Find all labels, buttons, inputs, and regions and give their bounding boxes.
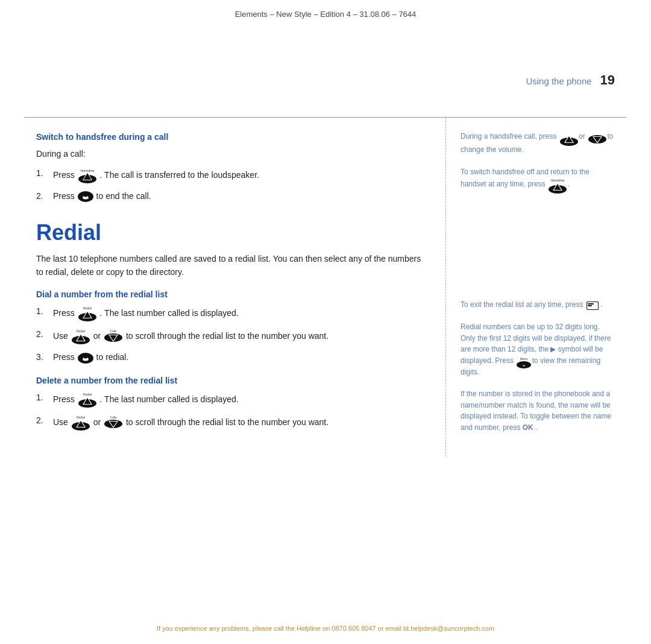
- svg-text:Calls: Calls: [110, 329, 117, 333]
- page-number: 19: [600, 72, 615, 87]
- endcall-button-icon-2: [77, 352, 94, 365]
- step-2: 2. Press: [36, 190, 427, 203]
- footer-text: If you experience any problems, please c…: [157, 625, 494, 632]
- svg-point-17: [78, 353, 93, 364]
- dial-section-title: Dial a number from the redial list: [36, 289, 427, 299]
- svg-rect-43: [588, 305, 592, 306]
- calls-down-icon-right: [587, 130, 605, 144]
- delete-step-1: 1. Press Redial . The last number called: [36, 391, 427, 408]
- switch-handsfree-intro: During a call:: [36, 148, 427, 161]
- switch-handsfree-title: Switch to handsfree during a call: [36, 132, 427, 142]
- right-note-1: During a handsfree call, press or to cha…: [461, 130, 615, 156]
- redial-intro: The last 10 telephone numbers called are…: [36, 253, 427, 279]
- top-right-header: Using the phone 19: [526, 72, 615, 88]
- messages-icon-right: [585, 300, 599, 311]
- svg-text:Handsfree: Handsfree: [80, 169, 94, 172]
- redial-heading: Redial: [36, 220, 427, 245]
- delete-steps: 1. Press Redial . The last number called: [36, 391, 427, 431]
- redial-button-icon-4: Redial: [71, 414, 91, 431]
- right-note-5: If the number is stored in the phonebook…: [461, 388, 615, 433]
- right-note-2: To switch handsfree off and return to th…: [461, 166, 615, 192]
- menu-icon-right: Menu ≡: [515, 356, 530, 367]
- dial-step-1: 1. Press Redial . The last n: [36, 305, 427, 322]
- header-title: Elements – New Style – Edition 4 – 31.08…: [235, 10, 417, 19]
- handsfree-button-icon: Handsfree: [77, 167, 98, 184]
- redial-button-icon-2: Redial: [71, 328, 91, 345]
- step-1: 1. Press Handsfree . The cal: [36, 167, 427, 184]
- dial-step-2: 2. Use Redial or: [36, 328, 427, 345]
- svg-text:Redial: Redial: [77, 329, 85, 333]
- switch-handsfree-section: Switch to handsfree during a call During…: [36, 132, 427, 203]
- endcall-button-icon: [77, 190, 94, 203]
- delete-step-2: 2. Use Redial or: [36, 414, 427, 431]
- switch-steps: 1. Press Handsfree . The cal: [36, 167, 427, 203]
- footer: If you experience any problems, please c…: [0, 625, 651, 632]
- delete-section-title: Delete a number from the redial list: [36, 376, 427, 385]
- dial-step-3: 3. Press to redial.: [36, 351, 427, 364]
- left-column: Switch to handsfree during a call During…: [24, 118, 446, 456]
- right-note-4: Redial numbers can be up to 32 digits lo…: [461, 321, 615, 377]
- svg-text:Menu: Menu: [520, 357, 528, 361]
- main-layout: Switch to handsfree during a call During…: [24, 118, 627, 456]
- right-column: During a handsfree call, press or to cha…: [446, 118, 627, 456]
- svg-text:Calls: Calls: [110, 415, 117, 419]
- svg-rect-42: [588, 303, 594, 305]
- redial-up-icon-right: [559, 130, 577, 144]
- dial-steps: 1. Press Redial . The last n: [36, 305, 427, 364]
- spacer: [461, 203, 615, 299]
- redial-button-icon-1: Redial: [77, 305, 98, 322]
- svg-text:≡: ≡: [523, 364, 525, 368]
- svg-text:Redial: Redial: [83, 393, 92, 396]
- svg-text:Handsfree: Handsfree: [551, 178, 565, 182]
- right-note-3: To exit the redial list at any time, pre…: [461, 299, 615, 311]
- section-label: Using the phone: [526, 76, 591, 86]
- redial-button-icon-3: Redial: [77, 391, 98, 408]
- dial-section: Dial a number from the redial list 1. Pr…: [36, 289, 427, 364]
- handsfree-right-icon: Handsfree: [547, 177, 565, 192]
- page-header: Elements – New Style – Edition 4 – 31.08…: [0, 0, 651, 24]
- calls-button-icon-2: Calls: [103, 414, 124, 431]
- svg-text:Redial: Redial: [77, 415, 85, 419]
- delete-section: Delete a number from the redial list 1. …: [36, 376, 427, 431]
- svg-text:Redial: Redial: [83, 306, 92, 310]
- calls-button-icon-1: Calls: [103, 328, 124, 345]
